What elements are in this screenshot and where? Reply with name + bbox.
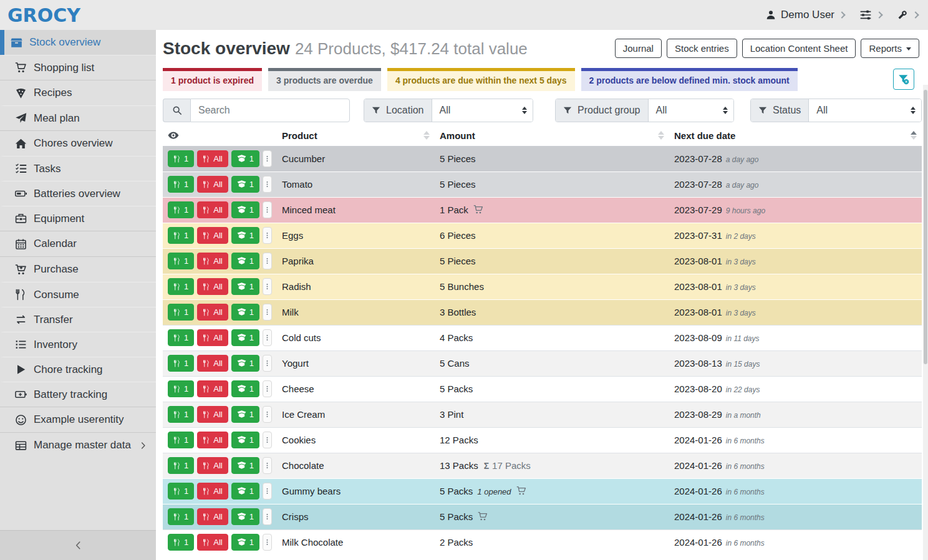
consume-one-button[interactable]: 1 (168, 380, 194, 397)
consume-all-button[interactable]: All (197, 201, 228, 218)
sidebar-item-equipment[interactable]: Equipment (0, 206, 156, 231)
open-one-button[interactable]: 1 (231, 432, 259, 448)
consume-all-button[interactable]: All (197, 406, 228, 423)
status-banner-below-min[interactable]: 2 products are below defined min. stock … (581, 68, 798, 91)
row-menu-button[interactable] (263, 253, 272, 269)
due-date-column-header[interactable]: Next due date (669, 125, 922, 146)
sidebar-item-inventory[interactable]: Inventory (0, 332, 156, 357)
row-menu-button[interactable] (263, 304, 272, 321)
status-banner-due-soon[interactable]: 4 products are due within the next 5 day… (387, 68, 575, 91)
consume-one-button[interactable]: 1 (168, 253, 194, 269)
open-one-button[interactable]: 1 (231, 227, 259, 244)
sidebar-item-meal-plan[interactable]: Meal plan (0, 105, 156, 130)
consume-all-button[interactable]: All (197, 150, 228, 167)
row-menu-button[interactable] (263, 355, 272, 372)
sidebar-item-purchase[interactable]: Purchase (0, 257, 156, 282)
grocy-logo[interactable]: GROCY (7, 4, 80, 26)
consume-one-button[interactable]: 1 (168, 329, 194, 346)
sidebar-item-transfer[interactable]: Transfer (0, 307, 156, 332)
consume-all-button[interactable]: All (197, 432, 228, 448)
open-one-button[interactable]: 1 (231, 508, 259, 525)
open-one-button[interactable]: 1 (231, 534, 259, 551)
row-menu-button[interactable] (263, 432, 272, 448)
sidebar-item-manage-master-data[interactable]: Manage master data (0, 433, 156, 458)
open-one-button[interactable]: 1 (231, 304, 259, 321)
sidebar-item-shopping-list[interactable]: Shopping list (0, 55, 156, 80)
filter-select-status[interactable]: All (809, 99, 921, 122)
search-input[interactable] (190, 99, 350, 122)
row-menu-button[interactable] (263, 406, 272, 423)
vertical-scrollbar[interactable] (923, 85, 928, 560)
consume-one-button[interactable]: 1 (168, 201, 194, 218)
consume-one-button[interactable]: 1 (168, 432, 194, 448)
consume-one-button[interactable]: 1 (168, 176, 194, 193)
open-one-button[interactable]: 1 (231, 278, 259, 295)
user-menu[interactable]: Demo User (766, 9, 844, 21)
consume-all-button[interactable]: All (197, 355, 228, 372)
sidebar-item-batteries-overview[interactable]: Batteries overview (0, 181, 156, 206)
sidebar-item-example-userentity[interactable]: Example userentity (0, 407, 156, 432)
consume-one-button[interactable]: 1 (168, 483, 194, 500)
row-menu-button[interactable] (263, 150, 272, 167)
row-menu-button[interactable] (263, 380, 272, 397)
open-one-button[interactable]: 1 (231, 380, 259, 397)
sidebar-item-chore-tracking[interactable]: Chore tracking (0, 357, 156, 382)
consume-all-button[interactable]: All (197, 304, 228, 321)
product-column-header[interactable]: Product (277, 125, 435, 146)
open-one-button[interactable]: 1 (231, 176, 259, 193)
open-one-button[interactable]: 1 (231, 201, 259, 218)
sidebar-item-consume[interactable]: Consume (0, 282, 156, 307)
open-one-button[interactable]: 1 (231, 329, 259, 346)
row-menu-button[interactable] (263, 508, 272, 525)
sidebar-item-chores-overview[interactable]: Chores overview (0, 131, 156, 156)
scrollbar-thumb[interactable] (924, 90, 927, 364)
header-action-stock-entries[interactable]: Stock entries (667, 39, 737, 58)
consume-one-button[interactable]: 1 (168, 227, 194, 244)
consume-one-button[interactable]: 1 (168, 304, 194, 321)
open-one-button[interactable]: 1 (231, 483, 259, 500)
consume-all-button[interactable]: All (197, 483, 228, 500)
consume-one-button[interactable]: 1 (168, 355, 194, 372)
sidebar-item-stock-overview[interactable]: Stock overview (0, 30, 156, 55)
consume-all-button[interactable]: All (197, 329, 228, 346)
consume-all-button[interactable]: All (197, 457, 228, 474)
amount-column-header[interactable]: Amount (435, 125, 669, 146)
row-menu-button[interactable] (263, 176, 272, 193)
open-one-button[interactable]: 1 (231, 457, 259, 474)
header-action-journal[interactable]: Journal (615, 39, 662, 58)
consume-all-button[interactable]: All (197, 380, 228, 397)
status-banner-expired[interactable]: 1 product is expired (163, 68, 262, 91)
filter-select-location[interactable]: All (432, 99, 533, 122)
admin-menu[interactable] (897, 9, 918, 21)
consume-one-button[interactable]: 1 (168, 150, 194, 167)
row-menu-button[interactable] (263, 278, 272, 295)
header-action-location-content-sheet[interactable]: Location Content Sheet (742, 39, 856, 58)
sidebar-collapse-button[interactable] (0, 530, 156, 560)
sidebar-item-recipes[interactable]: Recipes (0, 80, 156, 105)
row-menu-button[interactable] (263, 534, 272, 551)
row-menu-button[interactable] (263, 227, 272, 244)
row-menu-button[interactable] (263, 457, 272, 474)
sidebar-item-tasks[interactable]: Tasks (0, 156, 156, 181)
row-menu-button[interactable] (263, 483, 272, 500)
row-menu-button[interactable] (263, 329, 272, 346)
sidebar-item-battery-tracking[interactable]: Battery tracking (0, 382, 156, 407)
consume-one-button[interactable]: 1 (168, 534, 194, 551)
clear-filter-button[interactable] (893, 69, 914, 90)
consume-all-button[interactable]: All (197, 534, 228, 551)
status-banner-overdue[interactable]: 3 products are overdue (268, 68, 381, 91)
consume-all-button[interactable]: All (197, 227, 228, 244)
open-one-button[interactable]: 1 (231, 406, 259, 423)
open-one-button[interactable]: 1 (231, 150, 259, 167)
consume-one-button[interactable]: 1 (168, 406, 194, 423)
consume-all-button[interactable]: All (197, 176, 228, 193)
consume-one-button[interactable]: 1 (168, 508, 194, 525)
consume-all-button[interactable]: All (197, 253, 228, 269)
column-toggle-header[interactable] (163, 125, 277, 146)
open-one-button[interactable]: 1 (231, 355, 259, 372)
header-action-reports[interactable]: Reports (861, 39, 919, 58)
row-menu-button[interactable] (263, 201, 272, 218)
consume-one-button[interactable]: 1 (168, 278, 194, 295)
filter-select-product-group[interactable]: All (649, 99, 733, 122)
consume-one-button[interactable]: 1 (168, 457, 194, 474)
